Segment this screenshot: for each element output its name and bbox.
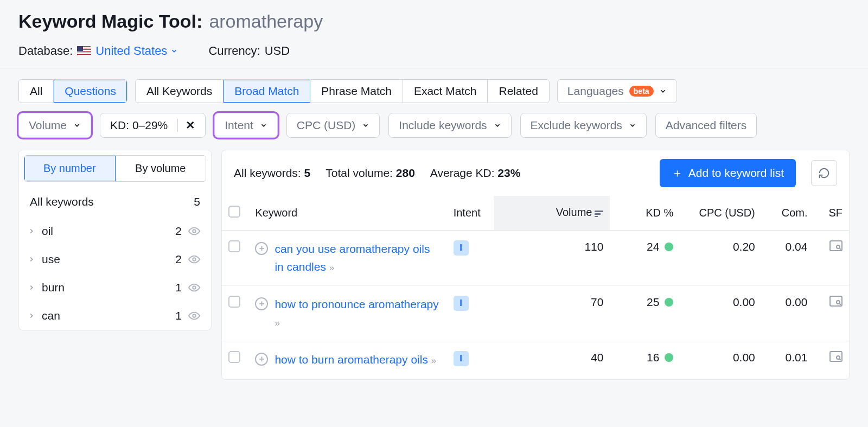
keyword-groups-sidebar: By number By volume All keywords 5 oil 2… xyxy=(18,150,212,330)
col-cpc[interactable]: CPC (USD) xyxy=(680,196,761,231)
chevron-right-icon xyxy=(28,256,35,263)
sidebar-item[interactable]: oil 2 xyxy=(19,217,211,245)
tab-related[interactable]: Related xyxy=(488,80,548,103)
col-kd[interactable]: KD % xyxy=(610,196,680,231)
filter-advanced[interactable]: Advanced filters xyxy=(655,113,757,138)
sort-desc-icon xyxy=(595,207,603,220)
kd-difficulty-dot xyxy=(665,353,673,362)
double-chevron-icon: » xyxy=(329,263,334,273)
filter-kd[interactable]: KD: 0–29% ✕ xyxy=(100,113,206,138)
svg-point-3 xyxy=(193,314,196,317)
svg-point-2 xyxy=(193,286,196,289)
sidebar-all-keywords[interactable]: All keywords 5 xyxy=(19,187,211,217)
col-intent[interactable]: Intent xyxy=(447,196,494,231)
svg-line-15 xyxy=(839,359,841,360)
cell-cpc: 0.00 xyxy=(680,286,761,341)
svg-line-12 xyxy=(839,303,841,305)
cell-kd: 25 xyxy=(647,296,673,309)
sidebar-item[interactable]: can 1 xyxy=(19,302,211,330)
tab-phrase-match[interactable]: Phrase Match xyxy=(310,80,403,103)
filter-exclude-keywords[interactable]: Exclude keywords xyxy=(520,113,647,138)
sidebar-item-label: can xyxy=(42,309,169,322)
serp-icon[interactable] xyxy=(829,296,843,307)
eye-icon[interactable] xyxy=(188,225,200,237)
tab-all[interactable]: All xyxy=(19,80,54,103)
svg-rect-5 xyxy=(595,213,601,215)
cell-volume: 110 xyxy=(494,231,610,286)
serp-icon[interactable] xyxy=(829,240,843,251)
sidebar-all-count: 5 xyxy=(194,195,200,208)
sidebar-item-label: oil xyxy=(42,225,169,238)
tab-broad-match[interactable]: Broad Match xyxy=(224,80,310,103)
svg-line-9 xyxy=(839,248,841,250)
sidebar-item-count: 2 xyxy=(175,225,182,238)
serp-icon[interactable] xyxy=(829,351,843,362)
table-row: + how to pronounce aromatherapy » I 70 2… xyxy=(222,286,849,341)
add-to-keyword-list-button[interactable]: ＋ Add to keyword list xyxy=(660,159,796,187)
chevron-down-icon xyxy=(362,122,369,129)
filter-volume[interactable]: Volume xyxy=(18,113,91,138)
expand-icon[interactable]: + xyxy=(255,353,268,366)
stat-all-keywords: All keywords: 5 xyxy=(234,167,310,180)
currency-value: USD xyxy=(265,44,290,58)
database-selector[interactable]: United States xyxy=(95,44,178,58)
keyword-link[interactable]: how to pronounce aromatherapy » xyxy=(275,296,440,331)
close-icon[interactable]: ✕ xyxy=(177,119,195,132)
cell-com: 0.01 xyxy=(762,341,814,379)
filter-include-label: Include keywords xyxy=(399,119,487,132)
col-sf[interactable]: SF xyxy=(814,196,849,231)
tab-all-keywords[interactable]: All Keywords xyxy=(136,80,224,103)
sidebar-item-count: 1 xyxy=(175,309,182,322)
filter-intent[interactable]: Intent xyxy=(214,113,278,138)
tab-exact-match[interactable]: Exact Match xyxy=(403,80,488,103)
refresh-icon xyxy=(818,167,830,179)
refresh-button[interactable] xyxy=(811,160,837,186)
chevron-down-icon xyxy=(629,122,636,129)
cell-cpc: 0.00 xyxy=(680,341,761,379)
col-com[interactable]: Com. xyxy=(762,196,814,231)
eye-icon[interactable] xyxy=(188,282,200,294)
intent-badge: I xyxy=(454,296,469,311)
sidebar-item[interactable]: use 2 xyxy=(19,245,211,273)
keyword-link[interactable]: can you use aromatherapy oils in candles… xyxy=(275,240,440,276)
tab-questions[interactable]: Questions xyxy=(54,80,127,103)
match-segment: All Keywords Broad Match Phrase Match Ex… xyxy=(135,79,550,103)
col-keyword[interactable]: Keyword xyxy=(248,196,446,231)
row-checkbox[interactable] xyxy=(228,240,240,252)
currency-label: Currency: xyxy=(208,44,260,58)
eye-icon[interactable] xyxy=(188,310,200,322)
double-chevron-icon: » xyxy=(431,355,436,366)
sidebar-item-count: 1 xyxy=(175,281,182,294)
page-title: Keyword Magic Tool: aromatherapy xyxy=(18,11,850,32)
scope-segment: All Questions xyxy=(18,79,127,103)
chevron-down-icon xyxy=(260,122,267,129)
stat-avg-kd: Average KD: 23% xyxy=(430,167,521,180)
eye-icon[interactable] xyxy=(188,253,200,265)
expand-icon[interactable]: + xyxy=(255,297,268,310)
sort-by-volume[interactable]: By volume xyxy=(116,156,206,181)
svg-rect-4 xyxy=(595,211,603,212)
filter-include-keywords[interactable]: Include keywords xyxy=(388,113,511,138)
filter-cpc[interactable]: CPC (USD) xyxy=(286,113,380,138)
tool-name: Keyword Magic Tool: xyxy=(18,11,202,32)
languages-dropdown[interactable]: Languages beta xyxy=(557,79,677,103)
kd-difficulty-dot xyxy=(665,298,673,307)
cell-volume: 40 xyxy=(494,341,610,379)
expand-icon[interactable]: + xyxy=(255,242,268,255)
row-checkbox[interactable] xyxy=(228,296,240,308)
keyword-link[interactable]: how to burn aromatherapy oils » xyxy=(275,351,436,369)
chevron-down-icon xyxy=(170,47,178,55)
row-checkbox[interactable] xyxy=(228,351,240,363)
col-volume[interactable]: Volume xyxy=(494,196,610,231)
chevron-right-icon xyxy=(28,284,35,291)
beta-badge: beta xyxy=(629,86,654,97)
intent-badge: I xyxy=(454,351,469,366)
sort-by-number[interactable]: By number xyxy=(24,156,116,181)
sidebar-item[interactable]: burn 1 xyxy=(19,273,211,302)
chevron-down-icon xyxy=(73,122,81,129)
intent-badge: I xyxy=(454,240,469,256)
results-panel: All keywords: 5 Total volume: 280 Averag… xyxy=(221,150,850,380)
cell-cpc: 0.20 xyxy=(680,231,761,286)
select-all-checkbox[interactable] xyxy=(228,206,240,218)
svg-rect-6 xyxy=(595,216,598,217)
